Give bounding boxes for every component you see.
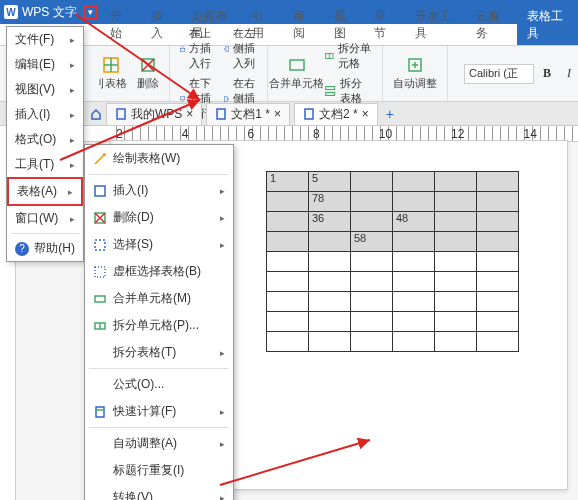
tab-review[interactable]: 审阅 [283,5,324,45]
svg-rect-20 [95,267,105,277]
app-logo-icon: W [4,5,18,19]
table-row [267,292,519,312]
table-row [267,312,519,332]
menu-help[interactable]: ?帮助(H) [7,236,83,261]
menu-table[interactable]: 表格(A)▸ [7,177,83,206]
menu-view[interactable]: 视图(V)▸ [7,77,83,102]
svg-rect-21 [95,296,105,302]
draw-table-button[interactable]: 刂表格 [90,50,131,98]
italic-button[interactable]: I [560,65,578,83]
table-submenu: 绘制表格(W) 插入(I)▸ 删除(D)▸ 选择(S)▸ 虚框选择表格(B) 合… [84,144,234,500]
table-row [267,252,519,272]
doc-tab-1[interactable]: 文档1 *× [206,103,290,125]
submenu-delete[interactable]: 删除(D)▸ [85,204,233,231]
home-icon[interactable] [90,108,102,120]
ribbon-tab-bar: 开始 插入 页面布局 引用 审阅 视图 章节 开发工具 云服务 表格工具 [0,24,578,46]
merge-cells-button[interactable]: 合并单元格 [274,50,319,98]
svg-rect-11 [326,87,335,90]
document-tab-bar: 我的WPS× 文档1 *× 文档2 *× + [0,102,578,126]
submenu-quick-calc[interactable]: 快速计算(F)▸ [85,398,233,425]
submenu-dashed-select[interactable]: 虚框选择表格(B) [85,258,233,285]
doc-tab-2[interactable]: 文档2 *× [294,103,378,125]
submenu-repeat-header[interactable]: 标题行重复(I) [85,457,233,484]
svg-rect-14 [117,109,125,119]
svg-rect-16 [305,109,313,119]
font-group: B I [464,64,578,84]
submenu-insert[interactable]: 插入(I)▸ [85,177,233,204]
font-name-input[interactable] [464,64,534,84]
menu-format[interactable]: 格式(O)▸ [7,127,83,152]
svg-rect-12 [326,92,335,95]
tab-table-tools[interactable]: 表格工具 [517,5,578,45]
tab-cloud[interactable]: 云服务 [466,5,517,45]
insert-row-above-button[interactable]: 在上方插入行 [176,24,218,73]
submenu-formula[interactable]: 公式(O)... [85,371,233,398]
new-tab-button[interactable]: + [386,106,394,122]
svg-rect-8 [290,60,304,70]
table-row: 58 [267,232,519,252]
delete-button[interactable]: 删除 [133,50,163,98]
split-cells-button[interactable]: 拆分单元格 [321,39,376,73]
legacy-menu: 文件(F)▸ 编辑(E)▸ 视图(V)▸ 插入(I)▸ 格式(O)▸ 工具(T)… [6,26,84,262]
submenu-merge-cells[interactable]: 合并单元格(M) [85,285,233,312]
draw-table-label: 刂表格 [94,76,127,91]
doc-tab-mywps[interactable]: 我的WPS× [106,103,202,125]
tab-dev[interactable]: 开发工具 [405,5,466,45]
close-icon[interactable]: × [186,107,193,121]
menu-file[interactable]: 文件(F)▸ [7,27,83,52]
tab-home[interactable]: 开始 [100,5,141,45]
title-dropdown-icon[interactable]: ▾ [83,5,98,19]
delete-label: 删除 [137,76,159,91]
svg-rect-7 [224,96,227,100]
svg-rect-17 [95,186,105,196]
document-table[interactable]: 15 78 3648 58 [266,171,519,352]
table-row [267,332,519,352]
submenu-autofit[interactable]: 自动调整(A)▸ [85,430,233,457]
close-icon[interactable]: × [274,107,281,121]
bold-button[interactable]: B [538,65,556,83]
svg-rect-24 [96,407,104,417]
svg-rect-4 [180,48,184,51]
menu-window[interactable]: 窗口(W)▸ [7,206,83,231]
submenu-draw-table[interactable]: 绘制表格(W) [85,145,233,172]
svg-rect-15 [217,109,225,119]
menu-edit[interactable]: 编辑(E)▸ [7,52,83,77]
autofit-button[interactable]: 自动调整 [389,50,441,98]
svg-rect-6 [225,46,228,50]
app-title: WPS 文字 [22,4,77,21]
insert-col-left-button[interactable]: 在左侧插入列 [220,24,262,73]
submenu-select[interactable]: 选择(S)▸ [85,231,233,258]
table-row: 78 [267,192,519,212]
menu-insert[interactable]: 插入(I)▸ [7,102,83,127]
table-row: 15 [267,172,519,192]
submenu-split-table[interactable]: 拆分表格(T)▸ [85,339,233,366]
svg-rect-19 [95,240,105,250]
table-row [267,272,519,292]
menu-tools[interactable]: 工具(T)▸ [7,152,83,177]
submenu-split-cells[interactable]: 拆分单元格(P)... [85,312,233,339]
close-icon[interactable]: × [362,107,369,121]
svg-rect-5 [180,96,184,99]
table-row: 3648 [267,212,519,232]
help-icon: ? [15,242,29,256]
submenu-convert[interactable]: 转换(V)▸ [85,484,233,500]
ribbon: 刂表格 删除 在上方插入行 在下方插入行 在左侧插入列 在右侧插入列 合并单元格… [0,46,578,102]
